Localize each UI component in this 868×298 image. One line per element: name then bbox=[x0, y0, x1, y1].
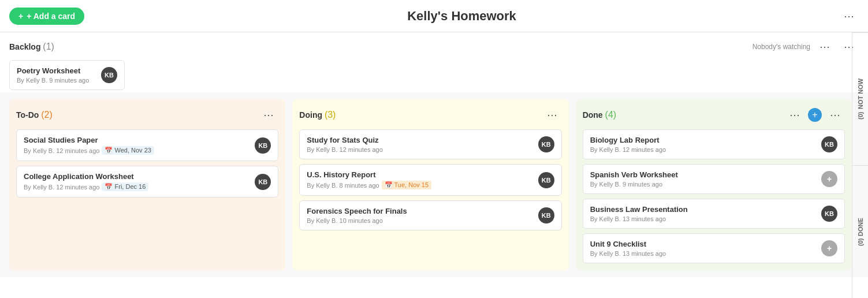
side-tab-done-label: DONE bbox=[857, 218, 864, 236]
doing-more-button[interactable]: ⋯ bbox=[542, 106, 562, 124]
card-meta: By Kelly B. 13 minutes ago bbox=[590, 250, 815, 257]
header-more-button[interactable]: ⋯ bbox=[839, 8, 859, 25]
backlog-card-title: Poetry Worksheet bbox=[17, 66, 95, 75]
side-tabs: (0) NOT NOW (0) DONE bbox=[852, 32, 868, 277]
todo-card-college-app[interactable]: College Application Worksheet By Kelly B… bbox=[16, 166, 278, 198]
card-info: Biology Lab Report By Kelly B. 12 minute… bbox=[590, 136, 815, 153]
backlog-card-info: Poetry Worksheet By Kelly B. 9 minutes a… bbox=[17, 66, 95, 84]
todo-card-social-studies[interactable]: Social Studies Paper By Kelly B. 12 minu… bbox=[16, 129, 278, 161]
todo-header: To-Do (2) ⋯ bbox=[16, 106, 278, 124]
avatar-plus: + bbox=[821, 240, 837, 256]
done-add-button[interactable]: + bbox=[808, 108, 822, 122]
side-tab-not-now-count: (0) bbox=[857, 111, 864, 119]
card-info: Business Law Presentation By Kelly B. 13… bbox=[590, 205, 815, 222]
card-info: Social Studies Paper By Kelly B. 12 minu… bbox=[24, 136, 249, 155]
avatar: KB bbox=[821, 136, 837, 152]
card-meta: By Kelly B. 10 minutes ago bbox=[307, 217, 532, 224]
card-info: Unit 9 Checklist By Kelly B. 13 minutes … bbox=[590, 240, 815, 257]
card-title: Spanish Verb Worksheet bbox=[590, 170, 815, 179]
avatar: KB bbox=[255, 137, 271, 154]
card-info: Study for Stats Quiz By Kelly B. 12 minu… bbox=[307, 136, 532, 153]
todo-title-area: To-Do (2) bbox=[16, 110, 53, 120]
done-actions: ⋯ + ⋯ bbox=[785, 106, 845, 124]
card-meta: By Kelly B. 8 minutes ago 📅 Tue, Nov 15 bbox=[307, 181, 532, 189]
doing-card-forensics-speech[interactable]: Forensics Speech for Finals By Kelly B. … bbox=[299, 200, 561, 230]
card-title: Unit 9 Checklist bbox=[590, 240, 815, 248]
card-info: U.S. History Report By Kelly B. 8 minute… bbox=[307, 170, 532, 189]
done-card-business-law[interactable]: Business Law Presentation By Kelly B. 13… bbox=[583, 199, 845, 229]
column-done: Done (4) ⋯ + ⋯ Biology Lab Report By Kel… bbox=[576, 99, 852, 270]
card-info: Forensics Speech for Finals By Kelly B. … bbox=[307, 207, 532, 224]
card-meta: By Kelly B. 12 minutes ago bbox=[307, 146, 532, 153]
done-card-unit9[interactable]: Unit 9 Checklist By Kelly B. 13 minutes … bbox=[583, 233, 845, 263]
card-meta: By Kelly B. 12 minutes ago bbox=[590, 146, 815, 153]
due-date: 📅 Wed, Nov 23 bbox=[102, 146, 154, 155]
side-tab-not-now[interactable]: (0) NOT NOW bbox=[852, 32, 868, 165]
columns-section: To-Do (2) ⋯ Social Studies Paper By Kell… bbox=[0, 92, 868, 277]
backlog-card-poetry[interactable]: Poetry Worksheet By Kelly B. 9 minutes a… bbox=[9, 60, 125, 90]
side-tab-done[interactable]: (0) DONE bbox=[852, 165, 868, 277]
add-card-label: + Add a card bbox=[27, 12, 75, 21]
due-date: 📅 Tue, Nov 15 bbox=[382, 181, 431, 189]
backlog-header-row: Backlog (1) Nobody's watching ⋯ ⋯ bbox=[9, 38, 859, 55]
backlog-cards: Poetry Worksheet By Kelly B. 9 minutes a… bbox=[9, 60, 859, 90]
card-title: Social Studies Paper bbox=[24, 136, 249, 144]
card-info: College Application Worksheet By Kelly B… bbox=[24, 172, 249, 191]
done-header: Done (4) ⋯ + ⋯ bbox=[583, 106, 845, 124]
doing-count: (3) bbox=[325, 110, 336, 120]
backlog-controls: Nobody's watching ⋯ ⋯ bbox=[752, 38, 859, 55]
side-tab-done-count: (0) bbox=[857, 239, 864, 246]
backlog-title-area: Backlog (1) bbox=[9, 42, 54, 52]
header: + + Add a card Kelly's Homework ⋯ bbox=[0, 0, 868, 32]
watching-label: Nobody's watching bbox=[752, 43, 810, 51]
side-tab-not-now-label: NOT NOW bbox=[857, 79, 864, 109]
page-title: Kelly's Homework bbox=[84, 9, 839, 24]
due-date: 📅 Fri, Dec 16 bbox=[102, 182, 148, 191]
card-title: College Application Worksheet bbox=[24, 172, 249, 181]
plus-icon: + bbox=[18, 12, 23, 21]
avatar: KB bbox=[538, 172, 554, 188]
column-doing: Doing (3) ⋯ Study for Stats Quiz By Kell… bbox=[292, 99, 568, 270]
card-meta: By Kelly B. 12 minutes ago 📅 Fri, Dec 16 bbox=[24, 182, 249, 191]
doing-card-history-report[interactable]: U.S. History Report By Kelly B. 8 minute… bbox=[299, 164, 561, 196]
done-title: Done bbox=[583, 110, 605, 120]
done-card-bio-lab[interactable]: Biology Lab Report By Kelly B. 12 minute… bbox=[583, 129, 845, 159]
avatar: KB bbox=[538, 136, 554, 152]
backlog-watching-more-button[interactable]: ⋯ bbox=[815, 38, 835, 55]
card-meta: By Kelly B. 13 minutes ago bbox=[590, 215, 815, 222]
backlog-count: (1) bbox=[43, 42, 54, 51]
add-card-button[interactable]: + + Add a card bbox=[9, 8, 84, 25]
card-title: Study for Stats Quiz bbox=[307, 136, 532, 144]
backlog-title: Backlog bbox=[9, 42, 43, 51]
done-more-button[interactable]: ⋯ bbox=[785, 106, 804, 124]
backlog-section: Backlog (1) Nobody's watching ⋯ ⋯ Poetry… bbox=[0, 32, 868, 92]
card-title: U.S. History Report bbox=[307, 170, 532, 179]
doing-title: Doing bbox=[299, 110, 325, 120]
backlog-card-meta: By Kelly B. 9 minutes ago bbox=[17, 77, 95, 84]
doing-title-area: Doing (3) bbox=[299, 110, 336, 120]
avatar: KB bbox=[538, 207, 554, 224]
todo-title: To-Do bbox=[16, 110, 41, 120]
card-meta: By Kelly B. 12 minutes ago 📅 Wed, Nov 23 bbox=[24, 146, 249, 155]
done-title-area: Done (4) bbox=[583, 110, 616, 120]
card-title: Business Law Presentation bbox=[590, 205, 815, 214]
avatar: KB bbox=[101, 67, 117, 83]
todo-count: (2) bbox=[41, 110, 53, 120]
column-todo: To-Do (2) ⋯ Social Studies Paper By Kell… bbox=[9, 99, 285, 270]
todo-more-button[interactable]: ⋯ bbox=[259, 106, 278, 124]
done-count: (4) bbox=[605, 110, 617, 120]
done-extra-button[interactable]: ⋯ bbox=[825, 106, 845, 124]
avatar: KB bbox=[255, 174, 271, 190]
card-title: Biology Lab Report bbox=[590, 136, 815, 144]
card-info: Spanish Verb Worksheet By Kelly B. 9 min… bbox=[590, 170, 815, 188]
doing-header: Doing (3) ⋯ bbox=[299, 106, 561, 124]
avatar: KB bbox=[821, 206, 837, 222]
done-card-spanish-verb[interactable]: Spanish Verb Worksheet By Kelly B. 9 min… bbox=[583, 164, 845, 194]
doing-card-stats-quiz[interactable]: Study for Stats Quiz By Kelly B. 12 minu… bbox=[299, 129, 561, 159]
card-meta: By Kelly B. 9 minutes ago bbox=[590, 181, 815, 188]
avatar-plus: + bbox=[821, 171, 837, 187]
card-title: Forensics Speech for Finals bbox=[307, 207, 532, 215]
